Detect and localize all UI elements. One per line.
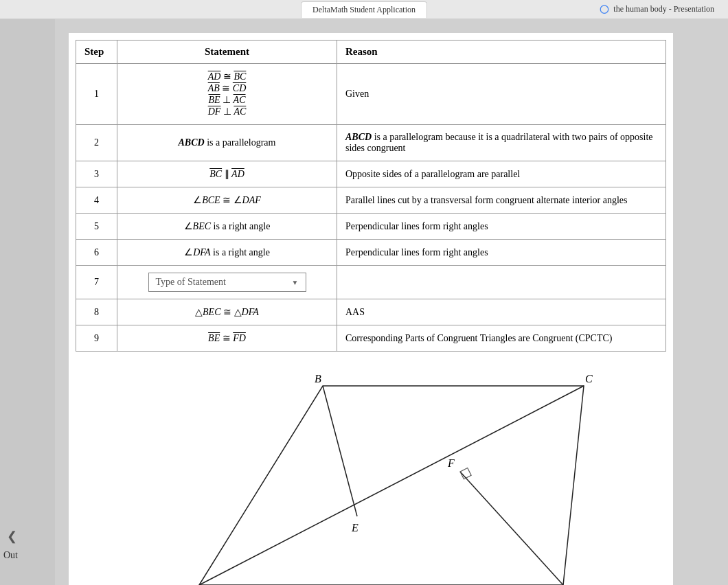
label-b: B — [315, 373, 321, 385]
table-row: 3 BC ∥ AD Opposite sides of a parallelog… — [76, 161, 666, 187]
chrome-icon: ◯ — [600, 4, 608, 14]
table-row: 5 ∠BEC is a right angle Perpendicular li… — [76, 214, 666, 240]
table-row: 2 ABCD is a parallelogram ABCD is a para… — [76, 125, 666, 161]
label-e: E — [351, 522, 359, 534]
step-7: 7 — [76, 266, 117, 299]
table-row: 8 △BEC ≅ △DFA AAS — [76, 299, 666, 325]
chevron-down-icon: ▼ — [292, 279, 299, 286]
type-of-statement-dropdown[interactable]: Type of Statement ▼ — [148, 273, 306, 292]
reason-3: Opposite sides of a parallelogram are pa… — [337, 161, 666, 187]
reason-8: AAS — [337, 299, 666, 325]
label-f: F — [447, 457, 455, 469]
step-3: 3 — [76, 161, 117, 187]
statement-5: ∠BEC is a right angle — [117, 214, 337, 240]
diagram-area: B C D A E F — [76, 358, 666, 585]
browser-tab[interactable]: DeltaMath Student Application — [301, 1, 427, 18]
header-step: Step — [76, 41, 117, 64]
reason-9: Corresponding Parts of Congruent Triangl… — [337, 325, 666, 352]
table-row: 7 Type of Statement ▼ — [76, 266, 666, 299]
reason-4: Parallel lines cut by a transversal form… — [337, 187, 666, 214]
proof-table: Step Statement Reason 1 AD ≅ BC AB ≅ CD … — [76, 40, 666, 352]
left-sidebar — [0, 0, 55, 585]
step-2: 2 — [76, 125, 117, 161]
reason-6: Perpendicular lines form right angles — [337, 240, 666, 266]
statement-9: BE ≅ FD — [117, 325, 337, 352]
line-be — [323, 386, 357, 516]
table-row: 1 AD ≅ BC AB ≅ CD BE ⊥ AC DF ⊥ AC Given — [76, 64, 666, 125]
sidebar-label: Out — [3, 550, 18, 561]
reason-2: ABCD is a parallelogram because it is a … — [337, 125, 666, 161]
header-reason: Reason — [337, 41, 666, 64]
reason-1: Given — [337, 64, 666, 125]
statement-6: ∠DFA is a right angle — [117, 240, 337, 266]
step-4: 4 — [76, 187, 117, 214]
statement-4: ∠BCE ≅ ∠DAF — [117, 187, 337, 214]
step-9: 9 — [76, 325, 117, 352]
reason-7 — [337, 266, 666, 299]
step-8: 8 — [76, 299, 117, 325]
line-df — [460, 472, 563, 585]
main-content: Step Statement Reason 1 AD ≅ BC AB ≅ CD … — [69, 33, 673, 585]
statement-3: BC ∥ AD — [117, 161, 337, 187]
table-row: 4 ∠BCE ≅ ∠DAF Parallel lines cut by a tr… — [76, 187, 666, 214]
statement-1: AD ≅ BC AB ≅ CD BE ⊥ AC DF ⊥ AC — [117, 64, 337, 125]
dropdown-placeholder: Type of Statement — [156, 277, 226, 288]
proof-diagram: B C D A E F — [130, 358, 611, 585]
statement-2: ABCD is a parallelogram — [117, 125, 337, 161]
table-row: 9 BE ≅ FD Corresponding Parts of Congrue… — [76, 325, 666, 352]
step-5: 5 — [76, 214, 117, 240]
presentation-label: ◯ the human body - Presentation — [600, 4, 714, 14]
statement-8: △BEC ≅ △DFA — [117, 299, 337, 325]
statement-7[interactable]: Type of Statement ▼ — [117, 266, 337, 299]
tab-label: DeltaMath Student Application — [312, 5, 416, 14]
sidebar-arrow[interactable]: ❮ — [7, 529, 17, 544]
step-1: 1 — [76, 64, 117, 125]
step-6: 6 — [76, 240, 117, 266]
presentation-title: the human body - Presentation — [613, 4, 714, 14]
header-statement: Statement — [117, 41, 337, 64]
table-row: 6 ∠DFA is a right angle Perpendicular li… — [76, 240, 666, 266]
top-bar: DeltaMath Student Application ◯ the huma… — [0, 0, 728, 19]
diagonal-ac — [199, 386, 584, 585]
reason-5: Perpendicular lines form right angles — [337, 214, 666, 240]
label-c: C — [585, 373, 593, 385]
